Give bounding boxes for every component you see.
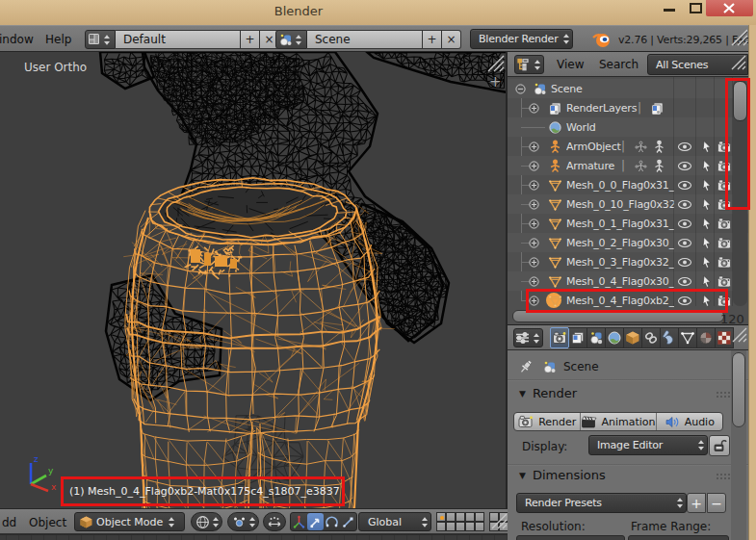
camera-toggle[interactable] xyxy=(717,274,732,289)
corner-resize-icon[interactable] xyxy=(490,512,507,530)
eye-toggle[interactable] xyxy=(677,217,692,231)
camera-toggle[interactable] xyxy=(717,255,732,270)
camera-toggle[interactable] xyxy=(717,236,732,250)
panel-drag-dots-icon[interactable] xyxy=(716,391,731,399)
manipulator-scale-button[interactable] xyxy=(340,513,356,530)
cursor-toggle[interactable] xyxy=(699,236,715,250)
cursor-toggle[interactable] xyxy=(699,197,715,212)
properties-tab-object[interactable] xyxy=(623,327,642,348)
panel-drag-dots-icon[interactable] xyxy=(716,473,731,480)
cursor-toggle[interactable] xyxy=(699,178,715,193)
layer-toggle[interactable] xyxy=(465,522,475,531)
layer-toggle[interactable] xyxy=(446,522,456,531)
expand-icon[interactable] xyxy=(529,103,539,114)
cursor-toggle[interactable] xyxy=(699,217,715,231)
layer-toggle[interactable] xyxy=(475,512,484,522)
layer-toggle[interactable] xyxy=(436,522,446,531)
expand-icon[interactable] xyxy=(529,161,539,171)
expand-icon[interactable] xyxy=(529,276,539,287)
proportional-edit-button[interactable] xyxy=(263,512,286,531)
timeline-strip[interactable] xyxy=(0,534,508,540)
screen-layout-icon-button[interactable] xyxy=(85,30,116,49)
screen-layout-name-field[interactable]: Default xyxy=(116,30,241,49)
manipulator-rotate-button[interactable] xyxy=(324,513,340,530)
menu-outliner-view[interactable]: View xyxy=(557,58,584,71)
corner-resize-icon[interactable] xyxy=(730,54,747,71)
frame-range-slider[interactable] xyxy=(628,535,729,540)
add-preset-button[interactable]: + xyxy=(687,493,706,513)
eye-toggle[interactable] xyxy=(677,178,692,193)
pin-icon[interactable] xyxy=(517,358,534,375)
manipulator-axis-button[interactable] xyxy=(291,513,307,530)
properties-tab-world[interactable] xyxy=(605,327,624,348)
corner-resize-icon[interactable] xyxy=(731,326,748,344)
menu-add[interactable]: dd xyxy=(2,516,16,529)
layer-toggle[interactable] xyxy=(446,512,456,522)
eye-toggle[interactable] xyxy=(677,236,692,250)
menu-window[interactable]: indow xyxy=(0,33,34,46)
add-layout-button[interactable]: + xyxy=(241,30,260,49)
manipulator-translate-button[interactable] xyxy=(307,513,324,530)
expand-icon[interactable] xyxy=(529,257,539,268)
add-scene-button[interactable]: + xyxy=(423,30,442,49)
outliner-row-mesh_0_4_flag0x30_m[interactable]: Mesh_0_4_Flag0x30_M xyxy=(508,271,748,291)
expand-icon[interactable] xyxy=(529,141,539,152)
outliner-row-mesh_0_3_flag0x32_m[interactable]: Mesh_0_3_Flag0x32_M xyxy=(508,252,748,271)
render-engine-select[interactable]: Blender Render xyxy=(470,29,573,49)
lock-button[interactable] xyxy=(709,435,730,456)
properties-tab-constraints[interactable] xyxy=(641,327,661,348)
dimensions-panel-header[interactable]: ▼ Dimensions xyxy=(519,468,606,482)
editor-type-button[interactable] xyxy=(514,55,544,74)
outliner-row-mesh_0_10_flag0x32_m[interactable]: Mesh_0_10_Flag0x32_M xyxy=(508,194,748,214)
corner-resize-icon[interactable] xyxy=(730,28,747,47)
camera-toggle[interactable] xyxy=(717,217,732,231)
render-panel-header[interactable]: ▼ Render xyxy=(519,386,577,400)
outliner-row-armature[interactable]: Armature| xyxy=(508,156,748,175)
expand-icon[interactable] xyxy=(529,180,539,191)
scene-name-field[interactable]: Scene xyxy=(307,30,423,49)
menu-object[interactable]: Object xyxy=(29,516,66,529)
outliner-row-mesh_0_2_flag0x30_m[interactable]: Mesh_0_2_Flag0x30_M xyxy=(508,233,748,252)
eye-toggle[interactable] xyxy=(677,159,692,173)
cursor-toggle[interactable] xyxy=(699,274,715,289)
properties-tab-material[interactable] xyxy=(696,327,716,348)
outliner-row-world[interactable]: World xyxy=(508,117,748,137)
cursor-toggle[interactable] xyxy=(699,255,715,270)
toolshelf-plus-icon[interactable]: + xyxy=(489,73,502,90)
properties-tab-data[interactable] xyxy=(678,327,697,348)
outliner-row-armobject[interactable]: ArmObject| xyxy=(508,137,748,156)
display-mode-select[interactable]: Image Editor xyxy=(588,435,708,455)
viewport-shading-select[interactable] xyxy=(191,512,222,531)
properties-tab-modifiers[interactable] xyxy=(660,327,679,348)
corner-resize-icon[interactable] xyxy=(486,54,506,73)
expand-icon[interactable] xyxy=(529,199,539,210)
outliner-row-mesh_0_0_flag0x31_m[interactable]: Mesh_0_0_Flag0x31_M xyxy=(508,175,748,194)
transform-orientation-select[interactable]: Global xyxy=(358,512,431,531)
properties-tab-render-layers[interactable] xyxy=(568,327,587,348)
eye-toggle[interactable] xyxy=(677,140,692,154)
eye-toggle[interactable] xyxy=(677,197,692,212)
cursor-toggle[interactable] xyxy=(699,159,715,173)
close-scene-button[interactable]: × xyxy=(442,30,461,49)
layer-toggle[interactable] xyxy=(456,522,465,531)
editor-type-button[interactable] xyxy=(513,328,543,347)
properties-tab-render[interactable] xyxy=(550,327,569,348)
layer-toggle[interactable] xyxy=(475,522,484,531)
outliner-row-renderlayers[interactable]: RenderLayers| xyxy=(508,98,748,117)
layer-toggle[interactable] xyxy=(465,512,475,522)
layer-toggle[interactable] xyxy=(436,512,446,522)
pivot-point-select[interactable] xyxy=(227,512,259,531)
outliner-row-mesh_0_1_flag0x31_m[interactable]: Mesh_0_1_Flag0x31_M xyxy=(508,214,748,233)
viewport-3d[interactable]: User Ortho + z y x (1) Mesh_0_4_Flag0xb2… xyxy=(0,52,508,508)
eye-toggle[interactable] xyxy=(677,255,692,270)
close-button[interactable] xyxy=(706,0,753,16)
render-button[interactable]: Render xyxy=(514,413,580,430)
properties-tab-scene[interactable] xyxy=(587,327,606,348)
minimize-button[interactable] xyxy=(657,0,682,16)
remove-preset-button[interactable]: − xyxy=(707,493,726,513)
layer-toggle[interactable] xyxy=(456,512,465,522)
interaction-mode-select[interactable]: Object Mode xyxy=(74,512,185,531)
menu-help[interactable]: Help xyxy=(45,33,71,46)
menu-outliner-search[interactable]: Search xyxy=(599,58,639,71)
audio-button[interactable]: Audio xyxy=(656,413,722,430)
